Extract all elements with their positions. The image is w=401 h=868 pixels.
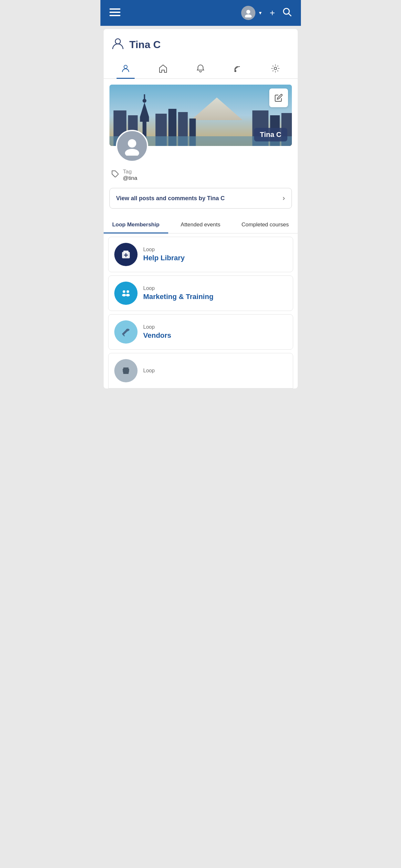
loop-item-partial[interactable]: Loop bbox=[108, 353, 293, 389]
tag-icon bbox=[112, 170, 119, 180]
loop-icon-help-library bbox=[114, 243, 137, 266]
loop-info-partial: Loop bbox=[143, 368, 155, 374]
tab-settings[interactable] bbox=[266, 61, 284, 78]
nav-avatar bbox=[241, 6, 255, 20]
svg-rect-2 bbox=[110, 15, 120, 16]
loop-info-help-library: Loop Help Library bbox=[143, 247, 185, 262]
loop-icon-partial bbox=[114, 359, 137, 382]
search-icon[interactable] bbox=[282, 7, 292, 19]
svg-rect-32 bbox=[123, 251, 128, 252]
chevron-right-icon: › bbox=[282, 194, 285, 203]
svg-point-36 bbox=[122, 294, 126, 297]
svg-point-33 bbox=[121, 289, 130, 298]
loop-icon-marketing-training bbox=[114, 282, 137, 305]
svg-point-28 bbox=[128, 139, 136, 148]
loop-item-marketing-training[interactable]: Loop Marketing & Training bbox=[108, 275, 293, 311]
profile-avatar[interactable] bbox=[116, 130, 148, 162]
view-posts-label: View all posts and comments by Tina C bbox=[116, 195, 225, 202]
svg-rect-19 bbox=[144, 94, 145, 101]
svg-point-29 bbox=[125, 149, 139, 156]
tab-feed[interactable] bbox=[229, 61, 247, 78]
edit-cover-photo-button[interactable] bbox=[269, 89, 288, 107]
profile-name-badge: Tina C bbox=[254, 128, 287, 142]
tab-notifications[interactable] bbox=[191, 61, 210, 78]
tab-completed-courses[interactable]: Completed courses bbox=[233, 216, 297, 233]
profile-tab-bar bbox=[104, 56, 298, 79]
loop-icon-vendors bbox=[114, 320, 137, 344]
svg-rect-0 bbox=[110, 8, 120, 10]
tag-label: Tag bbox=[123, 168, 137, 175]
loop-item-vendors[interactable]: Loop Vendors bbox=[108, 314, 293, 350]
profile-username: Tina C bbox=[129, 39, 161, 51]
profile-header: Tina C bbox=[104, 29, 298, 53]
tag-value: @tina bbox=[123, 175, 137, 182]
view-all-posts-button[interactable]: View all posts and comments by Tina C › bbox=[110, 188, 292, 209]
svg-line-38 bbox=[123, 335, 124, 336]
svg-point-4 bbox=[245, 14, 252, 18]
nav-caret-icon: ▼ bbox=[258, 10, 263, 16]
tag-info: Tag @tina bbox=[123, 168, 137, 182]
svg-rect-1 bbox=[110, 11, 120, 13]
svg-point-37 bbox=[126, 294, 130, 297]
profile-person-icon bbox=[112, 37, 124, 53]
tag-section: Tag @tina bbox=[104, 168, 298, 188]
tab-loop-membership[interactable]: Loop Membership bbox=[104, 216, 168, 233]
svg-rect-16 bbox=[140, 117, 149, 122]
svg-point-9 bbox=[235, 70, 236, 72]
user-menu[interactable]: ▼ bbox=[241, 6, 263, 20]
svg-point-34 bbox=[123, 290, 125, 293]
tab-attended-events[interactable]: Attended events bbox=[168, 216, 233, 233]
loop-info-marketing-training: Loop Marketing & Training bbox=[143, 285, 214, 301]
svg-point-3 bbox=[246, 10, 250, 13]
tab-home[interactable] bbox=[154, 61, 172, 78]
loop-item-help-library[interactable]: Loop Help Library bbox=[108, 237, 293, 272]
svg-point-7 bbox=[115, 39, 120, 44]
add-icon[interactable]: + bbox=[270, 8, 275, 18]
loop-list: Loop Help Library Loop Marketing & Train… bbox=[104, 237, 298, 389]
section-tab-bar: Loop Membership Attended events Complete… bbox=[104, 216, 298, 234]
svg-point-10 bbox=[274, 67, 277, 70]
cover-photo-container: Tina C bbox=[110, 85, 292, 146]
top-navigation: ▼ + bbox=[100, 0, 301, 26]
svg-point-5 bbox=[283, 8, 289, 14]
hamburger-menu-icon[interactable] bbox=[110, 8, 120, 18]
svg-point-35 bbox=[127, 290, 129, 293]
tab-profile[interactable] bbox=[117, 60, 135, 79]
loop-info-vendors: Loop Vendors bbox=[143, 324, 172, 340]
svg-point-8 bbox=[124, 65, 127, 68]
profile-card: Tina C bbox=[104, 29, 298, 389]
svg-line-6 bbox=[289, 13, 291, 16]
